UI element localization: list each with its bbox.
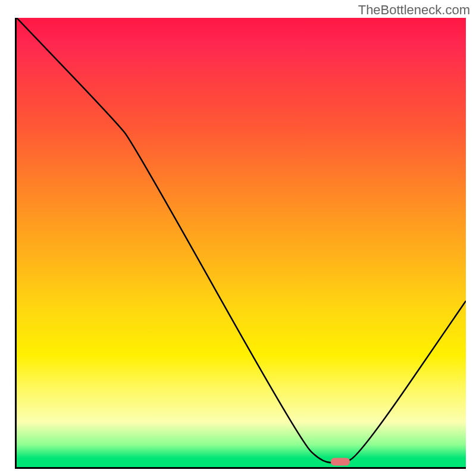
chart-container: { "watermark": "TheBottleneck.com", "cha… <box>0 0 476 476</box>
bottleneck-marker <box>331 458 350 465</box>
plot-area <box>15 18 466 469</box>
watermark-text: TheBottleneck.com <box>358 2 470 18</box>
line-curve <box>17 18 466 467</box>
